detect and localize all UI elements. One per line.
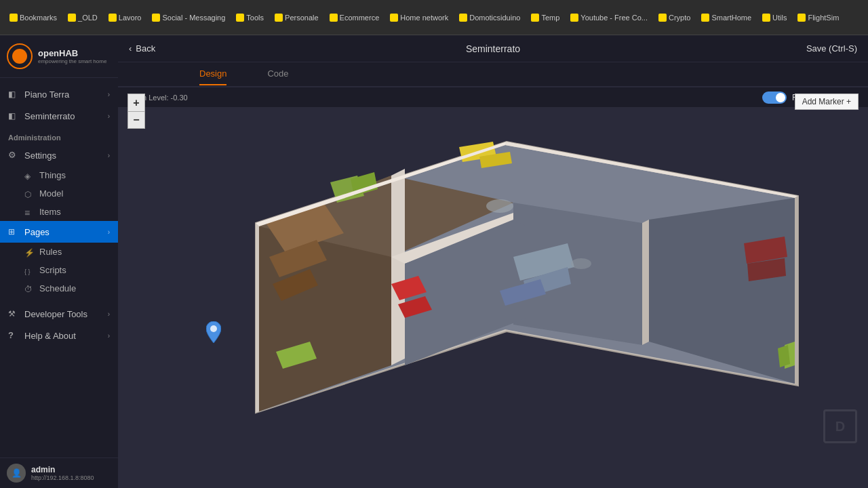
chevron-right-icon: › [108,228,110,236]
chevron-right-icon: › [108,332,110,340]
user-area: 👤 admin http://192.168.1.8:8080 [0,458,118,488]
layers-icon [8,110,19,121]
watermark: D [823,409,857,443]
svg-marker-31 [256,223,259,413]
tab-bar: Design Code [118,62,868,87]
sidebar-item-developer-tools[interactable]: Developer Tools › [0,303,118,325]
bookmark-flightsim[interactable]: FlightSim [793,12,843,23]
sidebar-item-pages[interactable]: Pages › [0,221,118,243]
avatar: 👤 [7,464,26,483]
sidebar-item-rules[interactable]: Rules [0,243,118,261]
toggle-thumb [776,93,785,102]
sidebar-item-seminterrato[interactable]: Seminterrato › [0,105,118,127]
sidebar-item-help[interactable]: Help & About › [0,325,118,346]
floor-plan-area: + − Add Marker + [118,87,868,488]
bookmark-personale[interactable]: Personale [271,12,323,23]
bookmark-domotics[interactable]: Domoticsiduino [455,12,524,23]
sidebar-item-items[interactable]: Items [0,203,118,221]
bookmark-crypto[interactable]: Crypto [654,12,694,23]
sidebar-item-piano-terra[interactable]: Piano Terra › [0,83,118,105]
map-marker[interactable] [206,321,221,346]
bookmark-temp[interactable]: Temp [527,12,564,23]
schedule-icon [24,284,34,293]
zoom-controls: + − [127,94,145,129]
things-icon [24,171,34,180]
bookmark-ecommerce[interactable]: Ecommerce [326,12,384,23]
items-icon [24,207,34,217]
svg-marker-4 [391,169,405,365]
zoom-in-button[interactable]: + [127,94,145,111]
chevron-right-icon: › [108,152,110,159]
svg-point-33 [210,325,217,332]
svg-point-28 [571,258,591,269]
user-info: admin http://192.168.1.8:8080 [31,465,94,481]
nav-section: Piano Terra › Seminterrato › Administrat… [0,78,118,458]
chevron-right-icon: › [108,91,110,98]
rules-icon [24,247,34,257]
bookmark-homenetwork[interactable]: Home network [386,12,452,23]
bookmark-bookmarks[interactable]: Bookmarks [5,12,61,23]
chevron-right-icon: › [108,113,110,120]
devtools-icon [8,308,19,319]
sidebar-item-schedule[interactable]: Schedule [0,279,118,298]
chevron-right-icon: › [108,310,110,318]
svg-marker-26 [778,345,790,367]
bookmark-lavoro[interactable]: Lavoro [104,12,146,23]
pages-icon [8,226,19,237]
main-content: ‹ Back Seminterrato Save (Ctrl-S) Design… [118,35,868,488]
bookmark-youtube[interactable]: Youtube - Free Co... [566,12,652,23]
gear-icon [8,150,19,161]
sidebar-item-scripts[interactable]: Scripts [0,261,118,279]
logo-icon [7,43,33,69]
tab-design[interactable]: Design [199,63,226,85]
browser-bookmarks-bar: Bookmarks _OLD Lavoro Social - Messaging… [0,0,868,35]
scripts-icon [24,266,34,275]
top-bar: ‹ Back Seminterrato Save (Ctrl-S) [118,35,868,62]
tab-code[interactable]: Code [267,63,288,85]
user-name: admin [31,465,94,474]
svg-marker-7 [642,220,649,345]
zoom-out-button[interactable]: − [127,111,145,129]
page-title: Seminterrato [466,43,520,54]
bookmark-old[interactable]: _OLD [64,12,102,23]
back-chevron-icon: ‹ [129,43,132,54]
user-url: http://192.168.1.8:8080 [31,474,94,481]
floor-plan-3d[interactable]: D [118,87,868,468]
model-icon [24,189,34,199]
logo-text: openHAB empowering the smart home [38,48,106,64]
run-mode-toggle[interactable] [762,92,787,104]
logo-title: openHAB [38,48,106,58]
save-button[interactable]: Save (Ctrl-S) [806,43,857,54]
sidebar-item-model[interactable]: Model [0,184,118,203]
bookmark-social[interactable]: Social - Messaging [148,12,229,23]
svg-point-27 [486,199,513,213]
add-marker-button[interactable]: Add Marker + [795,94,859,110]
help-icon [8,330,19,341]
bookmark-smarthome[interactable]: SmartHome [697,12,755,23]
sidebar-item-things[interactable]: Things [0,166,118,184]
logo-area: openHAB empowering the smart home [0,35,118,78]
layers-icon [8,89,19,100]
sidebar-item-settings[interactable]: Settings › [0,144,118,166]
sidebar: openHAB empowering the smart home Piano … [0,35,118,488]
bookmark-utils[interactable]: Utils [758,12,791,23]
bookmark-tools[interactable]: Tools [232,12,268,23]
logo-subtitle: empowering the smart home [38,58,106,64]
administration-header: Administration [0,127,118,144]
svg-marker-32 [795,196,798,386]
back-button[interactable]: ‹ Back [129,43,155,54]
